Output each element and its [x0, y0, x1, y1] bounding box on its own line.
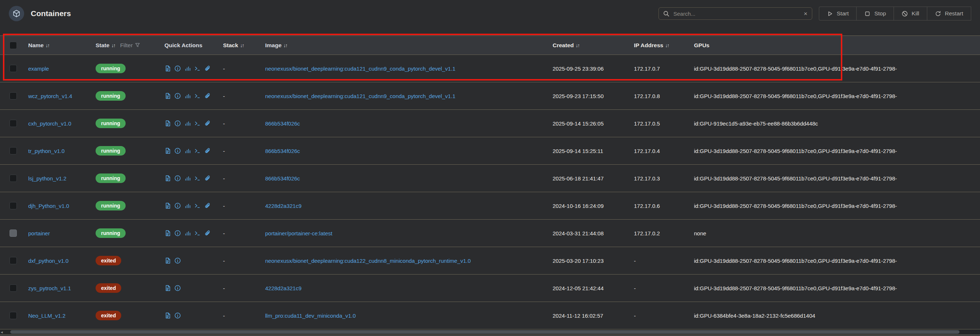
image-link[interactable]: llm_pro:cuda11_dev_miniconda_v1.0 — [265, 312, 356, 319]
row-checkbox[interactable] — [10, 230, 17, 237]
column-header-ip-address[interactable]: IP Address↓↑ — [634, 42, 694, 49]
stop-button[interactable]: Stop — [857, 7, 894, 20]
attach-icon[interactable] — [204, 93, 211, 99]
row-checkbox[interactable] — [10, 202, 17, 209]
search-clear-icon[interactable]: × — [804, 11, 808, 17]
container-name-link[interactable]: tr_python_v1.0 — [28, 148, 64, 154]
inspect-icon[interactable] — [174, 257, 181, 264]
stats-icon[interactable] — [184, 120, 191, 127]
exec-console-icon[interactable] — [194, 120, 201, 127]
logs-icon[interactable] — [164, 65, 171, 72]
container-name-link[interactable]: cxh_pytorch_v1.0 — [28, 120, 72, 127]
container-name-link[interactable]: example — [28, 65, 49, 72]
exec-console-icon[interactable] — [194, 230, 201, 236]
container-name-link[interactable]: dxf_python_v1.0 — [28, 258, 68, 264]
stats-icon[interactable] — [184, 147, 191, 154]
column-header-name[interactable]: Name↓↑ — [28, 42, 95, 49]
row-checkbox[interactable] — [10, 284, 17, 292]
column-header-stack[interactable]: Stack↓↑ — [223, 42, 265, 49]
scroll-left-arrow-icon[interactable]: ◂ — [1, 330, 3, 334]
sort-arrows-icon[interactable]: ↓↑ — [665, 43, 669, 48]
attach-icon[interactable] — [204, 230, 211, 236]
row-checkbox[interactable] — [10, 312, 17, 319]
select-all-checkbox[interactable] — [10, 42, 17, 49]
image-link[interactable]: 866b534f026c — [265, 148, 300, 154]
row-checkbox[interactable] — [10, 92, 17, 100]
image-link[interactable]: 866b534f026c — [265, 175, 300, 182]
logs-icon[interactable] — [164, 93, 171, 99]
logs-icon[interactable] — [164, 230, 171, 236]
stats-icon[interactable] — [184, 203, 191, 209]
inspect-icon[interactable] — [174, 65, 181, 72]
exec-console-icon[interactable] — [194, 203, 201, 209]
container-name-link[interactable]: zys_pytroch_v1.1 — [28, 285, 71, 292]
table-row: dxf_python_v1.0 exited - neonexusx/bione… — [0, 247, 980, 274]
row-checkbox[interactable] — [10, 65, 17, 72]
image-link[interactable]: 866b534f026c — [265, 120, 300, 127]
logs-icon[interactable] — [164, 147, 171, 154]
image-link[interactable]: portainer/portainer-ce:latest — [265, 230, 332, 236]
image-link[interactable]: 4228d2a321c9 — [265, 203, 301, 209]
row-checkbox[interactable] — [10, 147, 17, 154]
inspect-icon[interactable] — [174, 93, 181, 99]
search-input[interactable] — [673, 10, 800, 17]
exec-console-icon[interactable] — [194, 175, 201, 182]
container-name-link[interactable]: wcz_pytorch_v1.4 — [28, 93, 72, 99]
column-header-created[interactable]: Created↓↑ — [553, 42, 634, 49]
logs-icon[interactable] — [164, 175, 171, 182]
inspect-icon[interactable] — [174, 147, 181, 154]
column-header-state[interactable]: State↓↑ — [95, 42, 115, 49]
restart-button[interactable]: Restart — [927, 7, 971, 20]
row-checkbox[interactable] — [10, 120, 17, 127]
exec-console-icon[interactable] — [194, 65, 201, 72]
search-icon — [663, 11, 670, 17]
stats-icon[interactable] — [184, 93, 191, 99]
inspect-icon[interactable] — [174, 120, 181, 127]
container-name-link[interactable]: djh_Python_v1.0 — [28, 203, 69, 209]
exec-console-icon[interactable] — [194, 93, 201, 99]
inspect-icon[interactable] — [174, 285, 181, 292]
attach-icon[interactable] — [204, 175, 211, 182]
attach-icon[interactable] — [204, 147, 211, 154]
container-name-link[interactable]: lsj_python_v1.2 — [28, 175, 66, 182]
sort-arrows-icon[interactable]: ↓↑ — [240, 43, 243, 48]
row-checkbox[interactable] — [10, 257, 17, 264]
containers-cube-icon — [9, 6, 24, 21]
logs-icon[interactable] — [164, 285, 171, 292]
stats-icon[interactable] — [184, 230, 191, 236]
exec-console-icon[interactable] — [194, 147, 201, 154]
funnel-icon — [135, 43, 140, 48]
column-header-image[interactable]: Image↓↑ — [265, 42, 553, 49]
state-filter-button[interactable]: Filter — [120, 42, 140, 49]
container-name-link[interactable]: Neo_LLM_v1.2 — [28, 312, 65, 319]
row-checkbox[interactable] — [10, 174, 17, 182]
horizontal-scrollbar[interactable]: ◂ — [0, 330, 980, 334]
sort-arrows-icon[interactable]: ↓↑ — [576, 43, 579, 48]
inspect-icon[interactable] — [174, 203, 181, 209]
inspect-icon[interactable] — [174, 312, 181, 319]
image-link[interactable]: neonexusx/bionet_deeplearning:cuda121_cu… — [265, 93, 456, 99]
inspect-icon[interactable] — [174, 230, 181, 236]
scrollbar-thumb[interactable] — [10, 330, 959, 334]
container-name-link[interactable]: portainer — [28, 230, 50, 236]
attach-icon[interactable] — [204, 203, 211, 209]
logs-icon[interactable] — [164, 120, 171, 127]
attach-icon[interactable] — [204, 65, 211, 72]
sort-arrows-icon[interactable]: ↓↑ — [283, 43, 287, 48]
image-link[interactable]: neonexusx/bionet_deeplearning:cuda121_cu… — [265, 65, 456, 72]
table-row: lsj_python_v1.2 running - 866b534f026c 2… — [0, 165, 980, 192]
inspect-icon[interactable] — [174, 175, 181, 182]
search-box[interactable]: × — [659, 7, 812, 20]
stats-icon[interactable] — [184, 175, 191, 182]
image-link[interactable]: neonexusx/bionet_deeplearning:cuda122_cu… — [265, 258, 471, 264]
sort-arrows-icon[interactable]: ↓↑ — [45, 43, 49, 48]
sort-arrows-icon[interactable]: ↓↑ — [111, 43, 115, 48]
kill-button[interactable]: Kill — [894, 7, 927, 20]
logs-icon[interactable] — [164, 312, 171, 319]
attach-icon[interactable] — [204, 120, 211, 127]
stats-icon[interactable] — [184, 65, 191, 72]
start-button[interactable]: Start — [819, 7, 857, 20]
image-link[interactable]: 4228d2a321c9 — [265, 285, 301, 292]
logs-icon[interactable] — [164, 257, 171, 264]
logs-icon[interactable] — [164, 203, 171, 209]
